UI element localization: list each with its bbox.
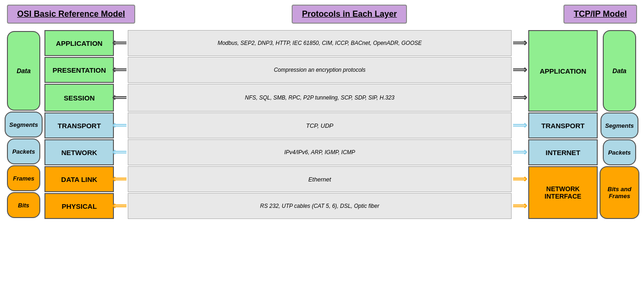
- arrow-right-sess: ⟹: [513, 84, 527, 112]
- osi-session-layer: SESSION: [44, 84, 114, 112]
- arrow-right-app: ⟹: [513, 30, 527, 56]
- diagram: OSI Basic Reference Model Protocols in E…: [5, 5, 639, 219]
- arrow-left-pres: ⟸: [112, 57, 127, 83]
- segments-pill: Segments: [5, 112, 43, 137]
- net-protocol-cell: IPv4/IPv6, ARP, IGMP, ICMP: [128, 139, 512, 165]
- osi-transport-layer: TRANSPORT: [44, 112, 114, 138]
- headers-row: OSI Basic Reference Model Protocols in E…: [5, 5, 639, 24]
- osi-datalink-layer: DATA LINK: [44, 166, 114, 192]
- tcpip-application-layer: APPLICATION: [528, 30, 598, 112]
- osi-presentation-layer: PRESENTATION: [44, 57, 114, 83]
- osi-section: Data Segments Packets Frames Bits: [5, 30, 111, 219]
- bitsframes-pill-r: Bits and Frames: [600, 166, 639, 219]
- arrow-left-sess: ⟸: [112, 84, 127, 112]
- protocols-header: Protocols in Each Layer: [292, 5, 407, 24]
- arrow-left-phys: ⟸: [112, 193, 127, 219]
- arrow-right-pres: ⟹: [513, 57, 527, 83]
- osi-layer-stack: APPLICATION PRESENTATION SESSION TRANSPO…: [44, 30, 114, 219]
- packets-pill: Packets: [7, 138, 40, 164]
- arrow-right-trans: ⟹: [513, 112, 527, 138]
- arrow-right-net: ⟹: [513, 139, 527, 165]
- data-pill-r: Data: [603, 30, 636, 112]
- dl-protocol-cell: Ethernet: [128, 166, 512, 192]
- sess-protocol-cell: NFS, SQL, SMB, RPC, P2P tunneling, SCP, …: [128, 84, 512, 112]
- tcpip-pills: Data Segments Packets Bits and Frames: [600, 30, 639, 219]
- packets-pill-r: Packets: [603, 139, 636, 165]
- diagram-body: Data Segments Packets Frames Bits: [5, 30, 639, 219]
- tcpip-header: TCP/IP Model: [563, 5, 637, 24]
- middle-section: ⟸ ⟸ ⟸ ⟸ ⟸ ⟸ ⟸ Modbus, SEP2, DNP3, HTTP, …: [111, 30, 528, 219]
- arrow-left-trans: ⟸: [112, 112, 127, 138]
- arrow-left-app: ⟸: [112, 30, 127, 56]
- segments-pill-r: Segments: [600, 112, 638, 138]
- protocol-boxes: Modbus, SEP2, DNP3, HTTP, IEC 61850, CIM…: [128, 30, 512, 219]
- tcpip-internet-layer: INTERNET: [528, 139, 598, 165]
- osi-physical-layer: PHYSICAL: [44, 193, 114, 219]
- arrow-right-dl: ⟹: [513, 166, 527, 192]
- tcpip-transport-layer: TRANSPORT: [528, 112, 598, 138]
- app-protocol-cell: Modbus, SEP2, DNP3, HTTP, IEC 61850, CIM…: [128, 30, 512, 56]
- data-pill: Data: [7, 31, 40, 111]
- frames-pill: Frames: [7, 165, 40, 191]
- phys-protocol-cell: RS 232, UTP cables (CAT 5, 6), DSL, Opti…: [128, 193, 512, 219]
- tcpip-netif-layer: NETWORK INTERFACE: [528, 166, 598, 219]
- tcpip-layer-stack: APPLICATION TRANSPORT INTERNET NETWORK I…: [528, 30, 598, 219]
- osi-pills: Data Segments Packets Frames Bits: [5, 31, 43, 218]
- arrows-left: ⟸ ⟸ ⟸ ⟸ ⟸ ⟸ ⟸: [111, 30, 128, 219]
- arrows-right: ⟹ ⟹ ⟹ ⟹ ⟹ ⟹ ⟹: [512, 30, 528, 219]
- osi-header: OSI Basic Reference Model: [7, 5, 135, 24]
- arrow-right-phys: ⟹: [513, 193, 527, 219]
- bits-pill: Bits: [7, 192, 40, 218]
- osi-application-layer: APPLICATION: [44, 30, 114, 56]
- tcpip-section: APPLICATION TRANSPORT INTERNET NETWORK I…: [528, 30, 639, 219]
- arrow-left-dl: ⟸: [112, 166, 127, 192]
- osi-network-layer: NETWORK: [44, 139, 114, 165]
- pres-protocol-cell: Compression an encryption protocols: [128, 57, 512, 83]
- arrow-left-net: ⟸: [112, 139, 127, 165]
- trans-protocol-cell: TCP, UDP: [128, 112, 512, 138]
